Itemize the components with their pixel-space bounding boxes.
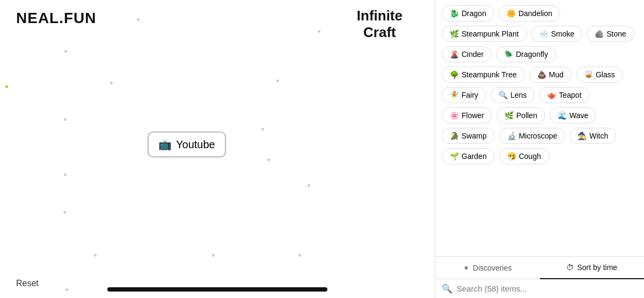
item-emoji: 🌊 [558, 111, 567, 120]
decorative-dot [298, 254, 301, 257]
item-emoji: 🌋 [450, 50, 459, 59]
item-emoji: 🌨️ [539, 30, 548, 38]
reset-button[interactable]: Reset [16, 279, 39, 288]
tab-sort-by-time[interactable]: ⏱ Sort by time [540, 257, 645, 279]
sort-label: Sort by time [577, 263, 617, 272]
decorative-dot [64, 173, 67, 176]
app-title: Infinite Craft [357, 8, 402, 41]
item-label: Pollen [516, 111, 537, 120]
decorative-dot [64, 118, 67, 121]
item-emoji: 🔍 [499, 91, 508, 99]
item-emoji: 🫖 [547, 91, 556, 99]
item-chip-teapot[interactable]: 🫖Teapot [539, 87, 589, 103]
item-chip-garden[interactable]: 🌱Garden [442, 148, 495, 164]
item-chip-steampunk-tree[interactable]: 🌳Steampunk Tree [442, 67, 525, 83]
item-chip-dragonfly[interactable]: 🪲Dragonfly [496, 46, 556, 62]
decorative-dot [267, 158, 270, 161]
decorative-dot [110, 82, 113, 84]
item-chip-swamp[interactable]: 🐊Swamp [442, 128, 495, 144]
item-label: Smoke [551, 30, 575, 38]
decorative-dot [276, 79, 279, 82]
item-chip-wave[interactable]: 🌊Wave [550, 107, 596, 123]
item-label: Steampunk Plant [462, 30, 519, 38]
bottom-bar [107, 287, 327, 292]
tab-discoveries[interactable]: ✴ Discoveries [435, 257, 540, 279]
item-emoji: 🌿 [504, 111, 514, 120]
item-chip-witch[interactable]: 🧙Witch [569, 128, 616, 144]
item-label: Cinder [462, 50, 484, 59]
decorative-dot [308, 184, 310, 187]
item-label: Dandelion [518, 9, 552, 18]
decorative-dot [65, 288, 68, 291]
decorative-dot [5, 85, 8, 88]
item-label: Lens [510, 91, 526, 99]
item-emoji: 🌳 [450, 70, 459, 79]
item-emoji: 🪲 [504, 50, 513, 59]
item-label: Dragonfly [516, 50, 548, 59]
discoveries-label: Discoveries [473, 264, 511, 272]
youtube-label: Youtube [176, 139, 215, 151]
item-emoji: 🥃 [584, 70, 593, 79]
sidebar: 🐉Dragon🌼Dandelion🌿Steampunk Plant🌨️Smoke… [435, 0, 644, 298]
item-chip-mud[interactable]: 💩Mud [529, 67, 572, 83]
discoveries-icon: ✴ [463, 264, 470, 272]
item-chip-dandelion[interactable]: 🌼Dandelion [499, 5, 560, 21]
item-emoji: 🔬 [507, 132, 516, 140]
item-label: Flower [462, 111, 484, 120]
item-emoji: 🌱 [450, 152, 459, 161]
item-label: Dragon [462, 9, 486, 18]
item-label: Mud [549, 70, 564, 79]
item-emoji: 🪨 [595, 30, 604, 38]
item-label: Cough [519, 152, 541, 161]
sidebar-footer: ✴ Discoveries ⏱ Sort by time 🔍 [435, 256, 644, 298]
canvas-item-youtube[interactable]: 📺 Youtube [148, 132, 226, 157]
item-chip-stone[interactable]: 🪨Stone [587, 26, 634, 42]
search-input[interactable] [457, 284, 638, 293]
item-emoji: 🧙 [577, 132, 587, 140]
item-chip-steampunk-plant[interactable]: 🌿Steampunk Plant [442, 26, 527, 42]
item-chip-flower[interactable]: 🌸Flower [442, 107, 492, 123]
item-chip-fairy[interactable]: 🧚Fairy [442, 87, 486, 103]
item-chip-glass[interactable]: 🥃Glass [576, 67, 623, 83]
search-bar: 🔍 [435, 279, 644, 298]
item-emoji: 🤧 [507, 152, 516, 161]
decorative-dot [261, 128, 264, 130]
decorative-dot [137, 18, 140, 21]
canvas-area: NEAL.FUN Infinite Craft 📺 Youtube Reset [0, 0, 435, 298]
item-emoji: 🧚 [450, 91, 459, 99]
item-emoji: 🌼 [507, 9, 516, 18]
item-emoji: 🌿 [450, 30, 459, 38]
decorative-dot [64, 50, 67, 53]
decorative-dot [318, 30, 320, 33]
item-chip-lens[interactable]: 🔍Lens [491, 87, 535, 103]
item-chip-microscope[interactable]: 🔬Microscope [499, 128, 566, 144]
item-chip-cough[interactable]: 🤧Cough [499, 148, 549, 164]
item-chip-smoke[interactable]: 🌨️Smoke [531, 26, 583, 42]
item-chip-dragon[interactable]: 🐉Dragon [442, 5, 494, 21]
item-chip-pollen[interactable]: 🌿Pollen [496, 107, 545, 123]
item-label: Witch [589, 132, 608, 140]
tab-bar: ✴ Discoveries ⏱ Sort by time [435, 257, 644, 279]
item-emoji: 🐉 [450, 9, 459, 18]
item-label: Steampunk Tree [462, 70, 517, 79]
item-label: Wave [569, 111, 588, 120]
logo: NEAL.FUN [16, 10, 97, 27]
item-label: Garden [462, 152, 487, 161]
item-label: Fairy [462, 91, 478, 99]
sort-icon: ⏱ [566, 263, 574, 272]
decorative-dot [94, 254, 97, 257]
item-label: Glass [596, 70, 615, 79]
item-chip-cinder[interactable]: 🌋Cinder [442, 46, 492, 62]
youtube-emoji: 📺 [158, 138, 172, 151]
decorative-dot [63, 211, 66, 214]
search-icon: 🔍 [442, 284, 452, 294]
item-label: Swamp [462, 132, 487, 140]
decorative-dot [212, 254, 215, 257]
items-list: 🐉Dragon🌼Dandelion🌿Steampunk Plant🌨️Smoke… [435, 0, 644, 256]
item-emoji: 💩 [537, 70, 546, 79]
item-label: Microscope [519, 132, 558, 140]
item-label: Stone [606, 30, 626, 38]
item-label: Teapot [559, 91, 581, 99]
item-emoji: 🌸 [450, 111, 459, 120]
item-emoji: 🐊 [450, 132, 459, 140]
